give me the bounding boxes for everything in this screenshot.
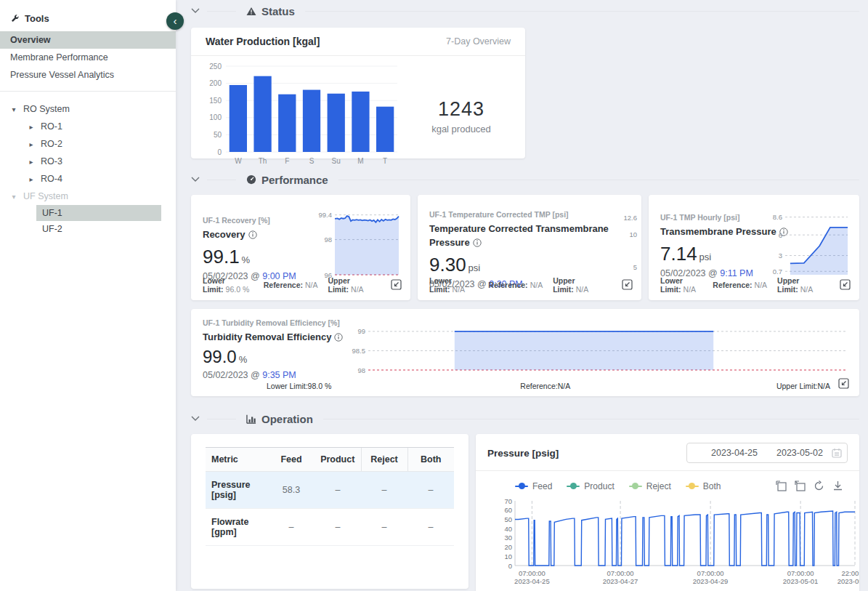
zoom-select-icon[interactable] — [776, 481, 787, 491]
svg-text:30: 30 — [504, 534, 512, 542]
caret-down-icon[interactable]: ▾ — [10, 105, 17, 113]
date-range-picker[interactable]: 2023-04-25 2023-05-02 — [686, 443, 848, 463]
svg-text:2023-04-27: 2023-04-27 — [603, 577, 638, 585]
tree-item-ro-3[interactable]: ▸ RO-3 — [0, 153, 176, 170]
status-collapse-chevron[interactable] — [191, 8, 200, 14]
sidebar-collapse-button[interactable]: ‹ — [166, 12, 184, 30]
legend-both[interactable]: Both — [686, 481, 721, 491]
sidebar-item-overview[interactable]: Overview — [0, 31, 176, 49]
tree-item-uf-2[interactable]: UF-2 — [36, 221, 161, 237]
expand-chart-icon[interactable] — [622, 279, 633, 292]
tree-item-uf-1[interactable]: UF-1 — [36, 205, 161, 221]
svg-text:22:00:00: 22:00:00 — [842, 569, 859, 577]
svg-text:07:00:00: 07:00:00 — [787, 569, 814, 577]
info-icon[interactable] — [334, 331, 343, 345]
svg-text:2023-04-25: 2023-04-25 — [514, 577, 550, 585]
seven-day-overview-label: 7-Day Overview — [446, 36, 511, 47]
date-start[interactable]: 2023-04-25 — [711, 448, 758, 458]
divider — [207, 419, 236, 419]
svg-text:10: 10 — [629, 230, 637, 238]
sidebar: Tools Overview Membrane Performance Pres… — [0, 0, 176, 591]
svg-text:F: F — [285, 157, 289, 165]
reference: Reference:N/A — [488, 281, 543, 289]
recovery-card: UF-1 Recovery [%] Recovery 99.1% 05/02/2… — [191, 195, 410, 300]
tmp-hourly-card: UF-1 TMP Hourly [psi] Transmembrane Pres… — [649, 195, 859, 300]
svg-text:0.7: 0.7 — [773, 268, 782, 276]
expand-chart-icon[interactable] — [391, 279, 402, 292]
legend-marker — [629, 486, 642, 487]
recovery-title: Recovery — [203, 229, 246, 240]
svg-text:98.5: 98.5 — [352, 347, 366, 355]
water-production-card: Water Production [kgal] 7-Day Overview 0… — [191, 28, 525, 158]
legend-reject[interactable]: Reject — [629, 481, 671, 491]
svg-text:12.6: 12.6 — [624, 214, 638, 222]
caret-right-icon[interactable]: ▸ — [28, 123, 35, 131]
svg-text:99.4: 99.4 — [319, 211, 333, 219]
turbidity-card: UF-1 Turbidity Removal Efficiency [%] Tu… — [191, 309, 859, 396]
tree-item-ro-2[interactable]: ▸ RO-2 — [0, 135, 176, 153]
tree-item-uf-system[interactable]: ▾ UF System — [0, 188, 176, 205]
performance-section-title: Performance — [246, 174, 328, 186]
turbidity-timestamp: 05/02/2023 @ 9:35 PM — [203, 370, 355, 380]
svg-text:07:00:00: 07:00:00 — [607, 569, 634, 577]
svg-text:5: 5 — [633, 263, 637, 271]
info-icon[interactable] — [473, 237, 482, 250]
zoom-reset-icon[interactable] — [795, 481, 806, 491]
svg-text:98: 98 — [324, 236, 332, 244]
expand-chart-icon[interactable] — [838, 378, 849, 392]
gauge-icon — [246, 174, 256, 185]
info-icon[interactable] — [248, 229, 257, 242]
upper-limit: Upper Limit:N/A — [553, 276, 601, 294]
tcp-metric-tag: UF-1 Temperature Corrected TMP [psi] — [429, 210, 630, 219]
reference: Reference:N/A — [713, 281, 767, 289]
svg-text:40: 40 — [504, 525, 512, 533]
performance-section-header: Performance — [191, 173, 859, 186]
col-header-both: Both — [407, 448, 454, 472]
date-end[interactable]: 2023-05-02 — [776, 448, 823, 458]
pressure-chart-title: Pressure [psig] — [487, 448, 559, 459]
turbidity-metric-tag: UF-1 Turbidity Removal Efficiency [%] — [203, 318, 355, 327]
operation-collapse-chevron[interactable] — [191, 416, 200, 422]
svg-text:8.6: 8.6 — [773, 213, 782, 221]
svg-text:60: 60 — [504, 506, 512, 514]
reference: Reference:N/A — [520, 382, 570, 390]
svg-text:07:00:00: 07:00:00 — [697, 569, 724, 577]
table-row-flowrate[interactable]: Flowrate [gpm] – – – – — [206, 509, 454, 546]
tree-item-ro-1[interactable]: ▸ RO-1 — [0, 118, 176, 135]
table-row-pressure[interactable]: Pressure [psig] 58.3 – – – — [206, 472, 454, 509]
svg-text:50: 50 — [214, 131, 222, 139]
total-production-value: 1243 — [405, 98, 518, 121]
svg-text:200: 200 — [209, 79, 222, 87]
tree-item-ro-system[interactable]: ▾ RO System — [0, 100, 176, 118]
svg-text:2023-05-02: 2023-05-02 — [837, 577, 859, 585]
calendar-icon[interactable] — [832, 448, 842, 460]
temp-corrected-tmp-card: UF-1 Temperature Corrected TMP [psi] Tem… — [418, 195, 641, 300]
svg-text:Su: Su — [332, 157, 341, 165]
reference: Reference:N/A — [264, 281, 318, 289]
svg-text:20: 20 — [504, 543, 512, 551]
col-header-reject: Reject — [361, 448, 407, 472]
expand-chart-icon[interactable] — [840, 279, 851, 292]
sidebar-item-pressure-vessel-analytics[interactable]: Pressure Vessel Analytics — [0, 66, 176, 84]
tools-header: Tools — [0, 10, 176, 31]
svg-text:98: 98 — [357, 366, 365, 374]
caret-down-icon[interactable]: ▾ — [10, 193, 17, 201]
water-production-bar-chart: 050100150200250WThFSSuMT — [201, 59, 405, 168]
divider — [338, 180, 859, 180]
col-header-product: Product — [315, 448, 361, 472]
performance-collapse-chevron[interactable] — [191, 177, 200, 182]
download-icon[interactable] — [832, 481, 843, 491]
caret-right-icon[interactable]: ▸ — [28, 175, 35, 183]
caret-right-icon[interactable]: ▸ — [28, 158, 35, 166]
caret-right-icon[interactable]: ▸ — [28, 140, 35, 148]
sidebar-item-membrane-performance[interactable]: Membrane Performance — [0, 49, 176, 66]
legend-feed[interactable]: Feed — [515, 481, 552, 491]
tree-item-ro-4[interactable]: ▸ RO-4 — [0, 170, 176, 188]
col-header-feed: Feed — [268, 448, 315, 472]
turbidity-trend-chart: 9998.598 — [344, 315, 852, 376]
restore-icon[interactable] — [814, 481, 824, 491]
legend-product[interactable]: Product — [567, 481, 614, 491]
svg-text:250: 250 — [209, 63, 222, 71]
pressure-timeseries-chart[interactable]: 01020304050607007:00:002023-04-2507:00:0… — [493, 497, 859, 586]
status-section-title: Status — [246, 5, 295, 17]
